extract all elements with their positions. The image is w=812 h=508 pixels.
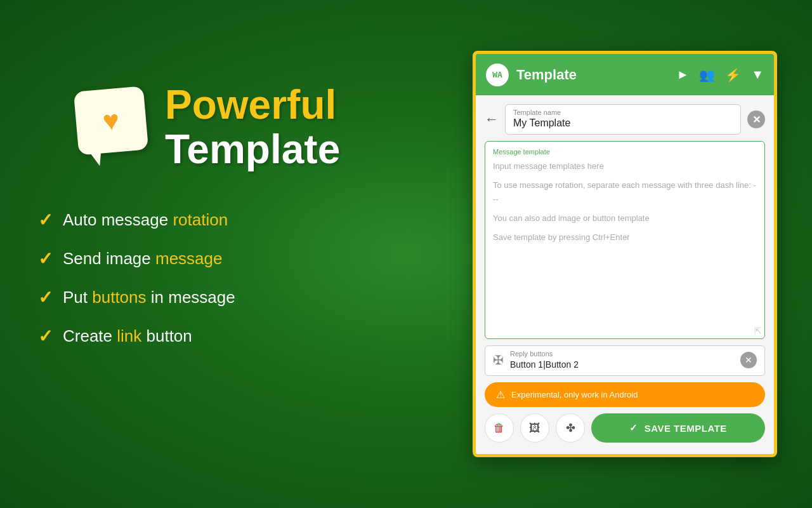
options-icon: ✤: [566, 421, 575, 435]
app-header: WA Template ► 👥 ⚡ ▼: [476, 54, 774, 95]
reply-buttons-row: ✠ Reply buttons Button 1|Button 2 ✕: [485, 345, 765, 376]
clear-name-button[interactable]: ✕: [747, 110, 765, 128]
warning-banner: ⚠ Experimental, only work in Android: [485, 382, 765, 407]
heart-icon: ♥: [102, 104, 121, 137]
template-name-value: My Template: [513, 117, 570, 128]
gamepad-icon: ✠: [493, 352, 504, 368]
feature-1-text: Auto message rotation: [63, 210, 228, 230]
feature-2-text: Send image message: [63, 249, 222, 269]
save-template-button[interactable]: ✓ SAVE TEMPLATE: [591, 413, 765, 443]
reply-buttons-value: Button 1|Button 2: [510, 359, 579, 370]
reply-field[interactable]: Reply buttons Button 1|Button 2: [510, 350, 734, 370]
delete-button[interactable]: 🗑: [485, 413, 514, 443]
bottom-action-bar: 🗑 🖼 ✤ ✓ SAVE TEMPLATE: [485, 413, 765, 445]
send-icon[interactable]: ►: [676, 67, 689, 82]
message-placeholder: Input message templates here To use mess…: [493, 159, 757, 244]
list-item: ✓ Create link button: [38, 326, 393, 347]
list-item: ✓ Send image message: [38, 248, 393, 269]
app-title: Template: [516, 67, 669, 83]
feature-4-text: Create link button: [63, 326, 192, 346]
check-icon-3: ✓: [38, 287, 53, 308]
clear-reply-button[interactable]: ✕: [740, 352, 757, 368]
chat-bubble-icon: ♥: [74, 86, 148, 155]
app-content: ← Template name My Template ✕ Message te…: [476, 95, 774, 454]
image-button[interactable]: 🖼: [520, 413, 549, 443]
check-icon-4: ✓: [38, 326, 53, 347]
check-icon-1: ✓: [38, 210, 53, 231]
checkmark-icon: ✓: [629, 422, 638, 434]
trash-icon: 🗑: [494, 422, 505, 435]
options-button[interactable]: ✤: [556, 413, 585, 443]
features-list: ✓ Auto message rotation ✓ Send image mes…: [38, 210, 393, 347]
list-item: ✓ Put buttons in message: [38, 287, 393, 308]
check-icon-2: ✓: [38, 248, 53, 269]
resize-handle: ⇱: [754, 326, 762, 336]
contacts-icon[interactable]: 👥: [699, 67, 715, 83]
template-name-row: ← Template name My Template ✕: [485, 104, 765, 135]
flash-icon[interactable]: ⚡: [725, 67, 741, 83]
message-template-label: Message template: [493, 148, 757, 156]
header-icons: ► 👥 ⚡ ▼: [676, 67, 764, 83]
title-template: Template: [165, 127, 340, 171]
reply-buttons-label: Reply buttons: [510, 350, 734, 358]
warning-icon: ⚠: [496, 389, 505, 401]
save-template-label: SAVE TEMPLATE: [645, 423, 727, 434]
back-button[interactable]: ←: [485, 111, 499, 128]
warning-text: Experimental, only work in Android: [511, 390, 638, 399]
message-template-area[interactable]: Message template Input message templates…: [485, 141, 765, 339]
feature-3-text: Put buttons in message: [63, 288, 235, 307]
template-name-field[interactable]: Template name My Template: [505, 104, 741, 135]
phone-mockup: WA Template ► 👥 ⚡ ▼ ← Template name My T…: [473, 51, 777, 457]
list-item: ✓ Auto message rotation: [38, 210, 393, 231]
template-name-label: Template name: [513, 109, 733, 116]
dropdown-icon[interactable]: ▼: [751, 67, 764, 82]
image-icon: 🖼: [529, 422, 540, 435]
app-logo: WA: [486, 64, 509, 86]
title-powerful: Powerful: [165, 83, 340, 127]
